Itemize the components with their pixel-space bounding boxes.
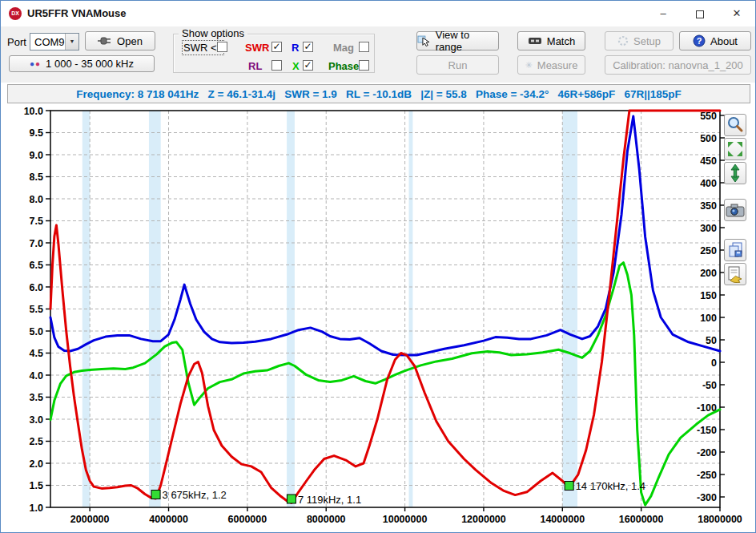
y-left-axis-label: 5.5	[30, 304, 43, 315]
port-select[interactable]: COM9 ▼	[30, 33, 79, 50]
y-right-axis-label: -250	[697, 470, 717, 481]
frequency-range-button[interactable]: ●● 1 000 - 35 000 kHz	[9, 55, 155, 72]
setup-button[interactable]: Setup	[605, 31, 674, 50]
y-right-axis-label: 100	[700, 313, 717, 324]
y-right-axis-label: 450	[700, 155, 717, 167]
option-label-rl: RL	[248, 60, 262, 72]
window-title: UR5FFR VNAMouse	[27, 7, 127, 19]
checkbox-mag[interactable]	[359, 42, 369, 52]
x-axis-label: 6000000	[228, 514, 267, 525]
checkbox-phase[interactable]	[359, 60, 369, 71]
app-logo-icon: DX	[9, 7, 22, 20]
y-right-axis-label: 250	[700, 245, 717, 256]
close-button[interactable]: ✕	[718, 1, 755, 26]
expand-arrows-icon	[726, 139, 745, 159]
marker-point	[287, 495, 296, 503]
status-bar: Frequency: 8 718 041Hz Z = 46.1-31.4j SW…	[7, 84, 750, 103]
x-axis-label: 10000000	[383, 514, 428, 525]
y-left-axis-label: 6.5	[30, 260, 43, 271]
y-right-axis-label: -50	[702, 380, 717, 391]
view-to-range-button[interactable]: View to range	[416, 31, 499, 50]
show-options-title: Show options	[179, 27, 247, 39]
about-label: About	[710, 35, 738, 47]
y-right-axis-label: 150	[700, 290, 717, 301]
y-right-axis-label: 500	[700, 133, 717, 144]
y-left-axis-label: 8.5	[30, 172, 43, 183]
frequency-range-label: 1 000 - 35 000 kHz	[46, 58, 134, 70]
y-right-axis-label: 400	[700, 178, 717, 189]
view-to-range-label: View to range	[436, 29, 498, 53]
y-right-axis-label: 350	[700, 200, 717, 212]
run-button[interactable]: Run	[416, 55, 499, 75]
screenshot-button[interactable]	[724, 199, 746, 221]
y-left-axis-label: 8.0	[30, 194, 43, 205]
toolbar: Port COM9 ▼ Open ●● 1 000 - 35 000 kHz S…	[1, 26, 755, 83]
y-right-axis-label: -150	[697, 425, 717, 436]
calibration-button[interactable]: Calibration: nanovna_1_200	[605, 55, 751, 75]
y-left-axis-label: 3.0	[30, 414, 43, 426]
y-right-axis-label: -200	[697, 447, 717, 458]
chevron-down-icon[interactable]: ▼	[65, 34, 78, 50]
x-axis-label: 12000000	[461, 514, 506, 525]
option-label-phase: Phase	[328, 60, 359, 72]
setup-label: Setup	[633, 35, 661, 47]
checkbox-x[interactable]: ✓	[303, 60, 313, 71]
camera-icon	[725, 200, 746, 220]
y-left-axis-label: 2.0	[30, 458, 43, 470]
maximize-button[interactable]	[682, 1, 718, 26]
band-highlight	[562, 111, 577, 507]
y-left-axis-label: 9.0	[30, 150, 43, 161]
vertical-double-arrow-icon	[726, 164, 745, 183]
run-label: Run	[448, 59, 468, 71]
magnifier-icon	[726, 115, 745, 135]
y-right-axis-label: -300	[697, 492, 717, 503]
measure-icon: ✳	[525, 60, 533, 71]
chart-area: 1.01.52.02.53.03.54.04.55.05.56.06.57.07…	[1, 103, 756, 533]
match-label: Match	[547, 35, 575, 47]
calibration-label: Calibration: nanovna_1_200	[613, 59, 743, 71]
checkbox-r[interactable]: ✓	[303, 42, 313, 52]
y-left-axis-label: 4.5	[30, 348, 43, 359]
y-left-axis-label: 9.5	[30, 127, 43, 139]
about-button[interactable]: ? About	[679, 31, 751, 50]
minimize-button[interactable]: –	[645, 1, 682, 26]
copy-pages-icon	[726, 240, 745, 260]
y-left-axis-label: 1.0	[30, 503, 43, 514]
measure-label: Measure	[537, 59, 578, 71]
checkbox-swr-lt2[interactable]	[217, 42, 227, 52]
marker-point	[565, 482, 573, 491]
y-left-axis-label: 5.0	[30, 326, 43, 337]
open-button[interactable]: Open	[85, 31, 155, 50]
print-button[interactable]	[724, 263, 746, 285]
autoscale-vertical-button[interactable]	[724, 162, 746, 184]
y-left-axis-label: 7.0	[30, 238, 43, 249]
marker-label: 3 675kHz, 1.2	[163, 489, 227, 501]
y-left-axis-label: 3.5	[30, 392, 43, 403]
x-axis-label: 4000000	[149, 514, 188, 525]
fit-to-window-button[interactable]	[724, 138, 746, 160]
open-button-label: Open	[117, 35, 143, 47]
minimize-icon: –	[660, 7, 666, 19]
plug-icon	[98, 36, 112, 46]
checkbox-swr[interactable]: ✓	[271, 42, 282, 52]
x-axis-label: 8000000	[307, 514, 346, 525]
maximize-icon	[696, 10, 704, 18]
copy-button[interactable]	[724, 239, 746, 261]
port-label: Port	[7, 36, 26, 48]
measure-button[interactable]: ✳ Measure	[517, 55, 585, 75]
y-left-axis-label: 2.5	[30, 436, 43, 447]
checkbox-rl[interactable]	[271, 60, 282, 71]
range-dots-icon: ●●	[30, 59, 41, 68]
option-label-r: R	[292, 42, 299, 54]
match-button[interactable]: Match	[517, 31, 585, 50]
marker-label: 14 170kHz, 1.4	[576, 480, 645, 492]
y-left-axis-label: 4.0	[30, 370, 43, 382]
gear-icon	[617, 35, 629, 46]
option-label-x: X	[292, 60, 300, 72]
x-axis-label: 16000000	[619, 514, 664, 525]
zoom-tool-button[interactable]	[724, 114, 746, 136]
y-right-axis-label: 50	[706, 335, 717, 346]
close-icon: ✕	[733, 7, 742, 19]
svg-text:?: ?	[697, 36, 702, 46]
app-window: DX UR5FFR VNAMouse – ✕ Port COM9 ▼ Open …	[0, 0, 756, 533]
